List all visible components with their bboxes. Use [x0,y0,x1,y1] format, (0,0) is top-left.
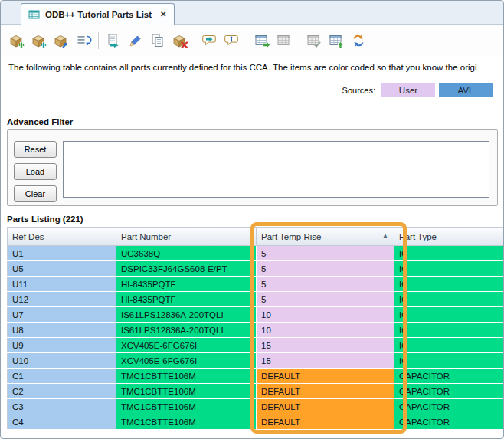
cell-part-type[interactable]: IC [394,292,504,307]
cell-part-number[interactable]: UC3638Q [116,246,257,261]
source-avl-swatch: AVL [439,83,493,97]
add-parts-icon[interactable] [29,31,49,51]
cell-part-type[interactable]: IC [394,353,504,369]
cell-ref-des[interactable]: U11 [8,277,116,292]
delete-part-icon[interactable] [170,31,190,51]
table-row[interactable]: U5 DSPIC33FJ64GS608-E/PT 5 IC [8,261,504,277]
cell-part-temp-rise[interactable]: DEFAULT [257,414,394,430]
parts-list-window: ODB++ Tutorial Parts List ✕ [0,0,504,439]
add-part-icon[interactable] [7,31,27,51]
export-table-icon[interactable] [252,31,272,51]
sort-asc-icon: ▲ [382,233,388,239]
cell-part-type[interactable]: CAPACITOR [394,399,504,414]
cell-ref-des[interactable]: U9 [8,338,116,353]
table-update-icon[interactable] [326,31,346,51]
cell-part-temp-rise[interactable]: 10 [257,307,394,323]
tab-odb-tutorial-parts-list[interactable]: ODB++ Tutorial Parts List ✕ [21,3,175,25]
toolbar-separator [195,32,195,49]
table-row[interactable]: U7 IS61LPS12836A-200TQLI 10 IC [8,307,504,323]
cell-ref-des[interactable]: U10 [8,353,116,369]
cell-part-temp-rise[interactable]: 15 [257,353,394,369]
cell-part-temp-rise[interactable]: 15 [257,338,394,353]
cell-part-type[interactable]: CAPACITOR [394,384,504,399]
column-header-ref-des[interactable]: Ref Des [8,228,116,246]
tab-close-icon[interactable]: ✕ [160,10,166,18]
cell-part-type[interactable]: IC [394,307,504,323]
cell-ref-des[interactable]: U1 [8,246,116,261]
cell-ref-des[interactable]: C2 [8,384,116,399]
cell-part-type[interactable]: IC [394,323,504,338]
table-row[interactable]: U8 IS61LPS12836A-200TQLI 10 IC [8,323,504,338]
table-row[interactable]: U9 XCV405E-6FG676I 15 IC [8,338,504,353]
cell-ref-des[interactable]: U7 [8,307,116,323]
cell-part-temp-rise[interactable]: 5 [257,277,394,292]
advanced-filter-panel: Reset Load Clear [7,129,498,206]
column-header-part-type[interactable]: Part Type [394,228,504,246]
source-user-swatch: User [381,83,435,97]
cell-part-type[interactable]: IC [394,261,504,277]
cell-part-type[interactable]: CAPACITOR [394,369,504,384]
cell-part-number[interactable]: TMC1CBTTE106M [116,369,257,384]
parts-list-icon [28,9,41,20]
comment-info-icon[interactable] [222,31,242,51]
cell-part-number[interactable]: TMC1CBTTE106M [116,414,257,430]
copy-part-icon[interactable] [148,31,168,51]
cell-part-number[interactable]: HI-8435PQTF [116,277,257,292]
cell-part-number[interactable]: TMC1CBTTE106M [116,384,257,399]
column-header-part-number[interactable]: Part Number [116,228,257,246]
export-part-icon[interactable] [51,31,71,51]
table-row[interactable]: C2 TMC1CBTTE106M DEFAULT CAPACITOR [8,384,504,399]
clear-button[interactable]: Clear [14,185,57,202]
cell-part-type[interactable]: IC [394,338,504,353]
cell-part-type[interactable]: CAPACITOR [394,414,504,430]
cell-part-number[interactable]: IS61LPS12836A-200TQLI [116,323,257,338]
cell-part-number[interactable]: IS61LPS12836A-200TQLI [116,307,257,323]
cell-ref-des[interactable]: U5 [8,261,116,277]
cell-part-number[interactable]: XCV405E-6FG676I [116,353,257,369]
table-view-icon [274,31,294,51]
cell-part-number[interactable]: DSPIC33FJ64GS608-E/PT [116,261,257,277]
cell-part-number[interactable]: HI-8435PQTF [116,292,257,307]
cell-ref-des[interactable]: C3 [8,399,116,414]
tab-strip: ODB++ Tutorial Parts List ✕ [1,1,503,25]
description-text: The following table contains all parts c… [8,63,503,72]
renumber-parts-icon[interactable] [74,31,93,51]
table-row[interactable]: C1 TMC1CBTTE106M DEFAULT CAPACITOR [8,369,504,384]
table-row[interactable]: U10 XCV405E-6FG676I 15 IC [8,353,504,369]
table-header-row: Ref Des Part Number Part Temp Rise ▲ Par… [8,228,504,246]
cell-part-temp-rise[interactable]: 5 [257,261,394,277]
table-verify-icon [304,31,324,51]
edit-part-icon[interactable] [126,31,146,51]
table-row[interactable]: U12 HI-8435PQTF 5 IC [8,292,504,307]
cell-part-temp-rise[interactable]: 5 [257,246,394,261]
toolbar-separator [299,32,299,49]
sources-label: Sources: [342,86,375,95]
cell-ref-des[interactable]: U8 [8,323,116,338]
reset-button[interactable]: Reset [14,141,57,158]
table-row[interactable]: U1 UC3638Q 5 IC [8,246,504,261]
cell-part-temp-rise[interactable]: 5 [257,292,394,307]
cell-part-temp-rise[interactable]: 10 [257,323,394,338]
parts-listing-title: Parts Listing (221) [7,215,83,224]
toolbar [1,25,503,57]
cell-part-temp-rise[interactable]: DEFAULT [257,384,394,399]
cell-ref-des[interactable]: C4 [8,414,116,430]
cell-ref-des[interactable]: C1 [8,369,116,384]
comment-export-icon[interactable] [200,31,220,51]
cell-part-temp-rise[interactable]: DEFAULT [257,369,394,384]
column-header-part-temp-rise[interactable]: Part Temp Rise ▲ [257,228,394,246]
table-row[interactable]: C4 TMC1CBTTE106M DEFAULT CAPACITOR [8,414,504,430]
reload-parts-icon[interactable] [349,31,368,51]
table-row[interactable]: U11 HI-8435PQTF 5 IC [8,277,504,292]
cell-part-temp-rise[interactable]: DEFAULT [257,399,394,414]
cell-part-type[interactable]: IC [394,246,504,261]
cell-part-type[interactable]: IC [394,277,504,292]
cell-ref-des[interactable]: U12 [8,292,116,307]
filter-textarea[interactable] [63,141,489,198]
table-row[interactable]: C3 TMC1CBTTE106M DEFAULT CAPACITOR [8,399,504,414]
paste-part-icon[interactable] [103,31,123,51]
cell-part-number[interactable]: XCV405E-6FG676I [116,338,257,353]
cell-part-number[interactable]: TMC1CBTTE106M [116,399,257,414]
parts-table: Ref Des Part Number Part Temp Rise ▲ Par… [7,227,504,430]
load-button[interactable]: Load [14,163,57,180]
